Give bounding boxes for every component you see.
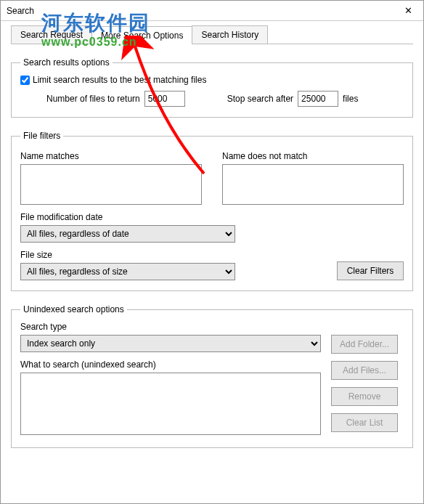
num-files-input[interactable] (144, 91, 185, 107)
search-results-legend: Search results options (20, 57, 113, 68)
remove-button[interactable]: Remove (331, 387, 398, 406)
tab-search-request[interactable]: Search Request (11, 25, 92, 44)
limit-results-checkbox[interactable] (20, 76, 30, 85)
limit-results-label: Limit search results to the best matchin… (33, 75, 206, 85)
stop-after-input[interactable] (298, 91, 338, 107)
window-title: Search (7, 6, 393, 16)
name-matches-label: Name matches (20, 151, 202, 161)
mod-date-label: File modification date (20, 212, 404, 222)
name-matches-input[interactable] (20, 164, 202, 205)
unindexed-legend: Unindexed search options (20, 304, 127, 314)
mod-date-select[interactable]: All files, regardless of date (20, 225, 235, 243)
stop-after-label: Stop search after (227, 94, 293, 104)
file-filters-legend: File filters (20, 131, 63, 141)
tab-search-history[interactable]: Search History (192, 25, 268, 44)
what-to-search-list[interactable] (20, 373, 321, 435)
close-icon[interactable]: ✕ (393, 1, 423, 21)
files-suffix: files (343, 94, 358, 104)
search-results-options-group: Search results options Limit search resu… (11, 57, 413, 118)
file-size-select[interactable]: All files, regardless of size (20, 263, 235, 280)
tab-more-search-options[interactable]: More Search Options (91, 26, 192, 44)
clear-list-button[interactable]: Clear List (331, 413, 398, 432)
name-not-match-label: Name does not match (222, 151, 404, 161)
tab-bar: Search Request More Search Options Searc… (11, 25, 413, 44)
search-type-label: Search type (20, 322, 321, 332)
file-size-label: File size (20, 250, 235, 260)
num-files-label: Number of files to return (46, 94, 140, 104)
clear-filters-button[interactable]: Clear Filters (337, 261, 404, 280)
name-not-match-input[interactable] (222, 164, 404, 205)
what-to-search-label: What to search (unindexed search) (20, 359, 321, 370)
add-folder-button[interactable]: Add Folder... (331, 335, 398, 354)
file-filters-group: File filters Name matches Name does not … (11, 131, 413, 291)
unindexed-options-group: Unindexed search options Search type Ind… (11, 304, 413, 448)
search-type-select[interactable]: Index search only (20, 335, 321, 352)
add-files-button[interactable]: Add Files... (331, 361, 398, 380)
